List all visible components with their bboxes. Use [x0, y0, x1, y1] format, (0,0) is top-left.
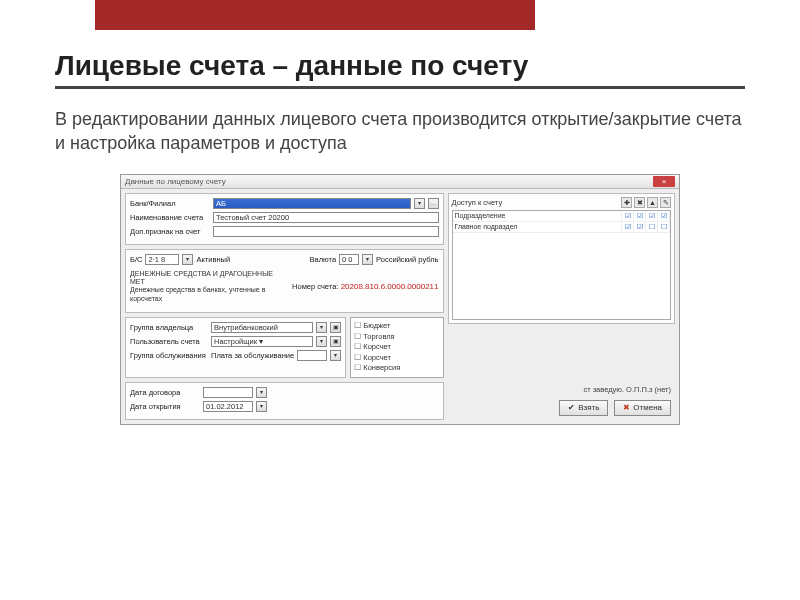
cancel-label: Отмена — [633, 403, 662, 412]
currency-code-field[interactable]: 0 0 — [339, 254, 359, 265]
user-field[interactable]: Настройщик ▾ — [211, 336, 313, 347]
cancel-button[interactable]: ✖ Отмена — [614, 400, 671, 416]
right-column: Доступ к счету ✚ ✖ ▲ ✎ Подразделение ☑ ☑… — [448, 193, 676, 420]
currency-label: Валюта — [310, 255, 337, 264]
user-lookup-icon[interactable]: ▣ — [330, 336, 341, 347]
user-label: Пользователь счета — [130, 337, 208, 346]
dialog-buttons: ✔ Взять ✖ Отмена — [448, 396, 676, 420]
perm-remove-icon[interactable]: ✖ — [634, 197, 645, 208]
service-group-label: Группа обслуживания — [130, 351, 208, 360]
perm-edit-icon[interactable]: ✎ — [660, 197, 671, 208]
bank-dropdown-icon[interactable]: ▾ — [414, 198, 425, 209]
open-date-picker-icon[interactable]: ▾ — [256, 401, 267, 412]
service-fee-field[interactable] — [297, 350, 327, 361]
flags-checklist[interactable]: Бюджет Торговля Корсчет Корсчет Конверси… — [350, 317, 443, 378]
app-window: Данные по лицевому счету × Банк/Филиал А… — [120, 174, 680, 425]
author-note: ст заведую. О.П.П.з (нет) — [583, 385, 671, 394]
flag-item: Корсчет — [354, 353, 439, 364]
perm-row-label: Подразделение — [453, 211, 623, 221]
bs-dropdown-icon[interactable]: ▾ — [182, 254, 193, 265]
perm-row-label: Главное подраздел — [453, 222, 623, 232]
flag-item: Бюджет — [354, 321, 439, 332]
bank-field[interactable]: АБ — [213, 198, 411, 209]
perm-check[interactable]: ☐ — [658, 222, 670, 232]
title-underline — [55, 86, 745, 89]
account-description: ДЕНЕЖНЫЕ СРЕДСТВА И ДРАГОЦЕННЫЕ МЕТ Дене… — [130, 268, 289, 306]
perm-check[interactable]: ☑ — [634, 211, 646, 221]
owner-group-field[interactable]: Внутрибанковский — [211, 322, 313, 333]
perm-check[interactable]: ☐ — [646, 222, 658, 232]
bank-lookup-icon[interactable]: … — [428, 198, 439, 209]
acct-number: 20208.810.6.0000.0000211 — [341, 282, 439, 291]
service-dropdown-icon[interactable]: ▾ — [330, 350, 341, 361]
perm-check[interactable]: ☑ — [634, 222, 646, 232]
bs-field[interactable]: 2∙1 8 — [145, 254, 179, 265]
flag-item: Корсчет — [354, 342, 439, 353]
ok-button[interactable]: ✔ Взять — [559, 400, 608, 416]
name-label: Наименование счета — [130, 213, 210, 222]
perm-check[interactable]: ☑ — [622, 211, 634, 221]
user-dropdown-icon[interactable]: ▾ — [316, 336, 327, 347]
bs-label: Б/С — [130, 255, 142, 264]
accent-bar — [95, 0, 535, 30]
extra-field[interactable] — [213, 226, 439, 237]
cancel-icon: ✖ — [623, 403, 630, 412]
window-title: Данные по лицевому счету — [125, 177, 653, 186]
open-date-label: Дата открытия — [130, 402, 200, 411]
owner-lookup-icon[interactable]: ▣ — [330, 322, 341, 333]
check-icon: ✔ — [568, 403, 575, 412]
open-date-field[interactable]: 01.02.2012 — [203, 401, 253, 412]
contract-date-field[interactable] — [203, 387, 253, 398]
active-label: Активный — [196, 255, 230, 264]
titlebar: Данные по лицевому счету × — [121, 175, 679, 189]
name-field[interactable]: Тестовый счет 20200 — [213, 212, 439, 223]
currency-name: Российский рубль — [376, 255, 438, 264]
bank-label: Банк/Филиал — [130, 199, 210, 208]
contract-date-label: Дата договора — [130, 388, 200, 397]
contract-date-picker-icon[interactable]: ▾ — [256, 387, 267, 398]
slide-content: Лицевые счета – данные по счету В редакт… — [0, 0, 800, 425]
perm-check[interactable]: ☑ — [622, 222, 634, 232]
service-fee-label: Плата за обслуживание — [211, 351, 294, 360]
owner-group-label: Группа владельца — [130, 323, 208, 332]
window-body: Банк/Филиал АБ ▾ … Наименование счета Те… — [121, 189, 679, 424]
permissions-grid[interactable]: Подразделение ☑ ☑ ☑ ☑ Главное подраздел … — [452, 210, 672, 320]
owner-panel: Группа владельца Внутрибанковский ▾ ▣ По… — [125, 317, 346, 378]
flag-item: Торговля — [354, 332, 439, 343]
currency-dropdown-icon[interactable]: ▾ — [362, 254, 373, 265]
left-column: Банк/Филиал АБ ▾ … Наименование счета Те… — [125, 193, 444, 420]
permissions-panel: Доступ к счету ✚ ✖ ▲ ✎ Подразделение ☑ ☑… — [448, 193, 676, 324]
slide-subtitle: В редактировании данных лицевого счета п… — [55, 107, 745, 156]
perm-check[interactable]: ☑ — [646, 211, 658, 221]
dates-panel: Дата договора ▾ Дата открытия 01.02.2012… — [125, 382, 444, 420]
perm-title: Доступ к счету — [452, 198, 620, 207]
perm-check[interactable]: ☑ — [658, 211, 670, 221]
account-panel: Б/С 2∙1 8 ▾ Активный Валюта 0 0 ▾ Россий… — [125, 249, 444, 314]
flag-item: Конверсия — [354, 363, 439, 374]
perm-add-icon[interactable]: ✚ — [621, 197, 632, 208]
slide-title: Лицевые счета – данные по счету — [55, 50, 745, 82]
ok-label: Взять — [578, 403, 599, 412]
owner-dropdown-icon[interactable]: ▾ — [316, 322, 327, 333]
close-button[interactable]: × — [653, 176, 675, 187]
perm-up-icon[interactable]: ▲ — [647, 197, 658, 208]
extra-label: Доп.признак на счет — [130, 227, 210, 236]
header-panel: Банк/Филиал АБ ▾ … Наименование счета Те… — [125, 193, 444, 245]
acct-num-label: Номер счета: — [292, 282, 338, 291]
